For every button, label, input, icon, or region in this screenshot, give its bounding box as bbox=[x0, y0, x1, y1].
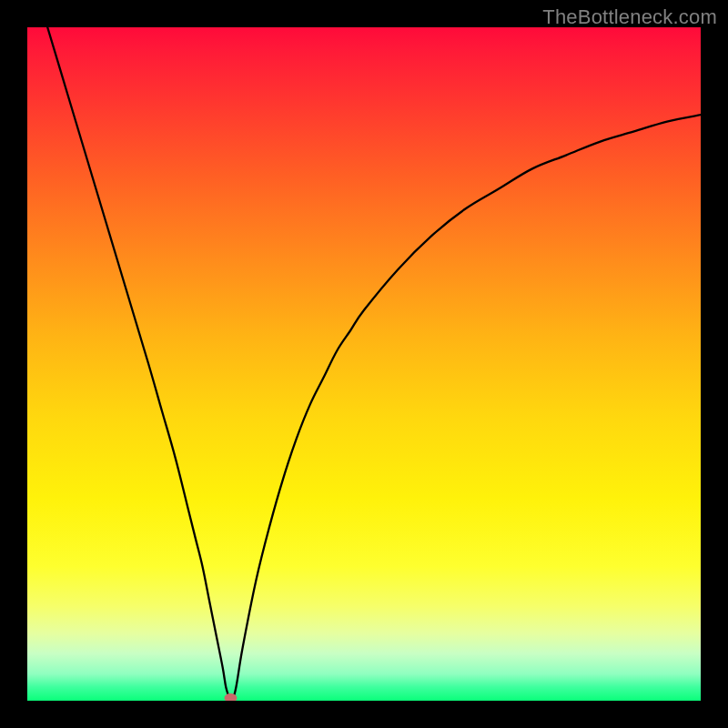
watermark-text: TheBottleneck.com bbox=[542, 5, 717, 29]
bottleneck-curve bbox=[47, 27, 701, 701]
chart-frame: TheBottleneck.com bbox=[0, 0, 728, 728]
chart-svg bbox=[27, 27, 701, 701]
plot-area bbox=[27, 27, 701, 701]
